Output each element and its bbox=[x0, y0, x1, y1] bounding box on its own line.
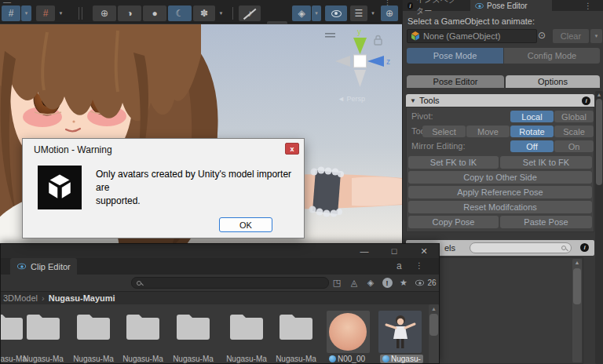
gizmo-center-cube[interactable] bbox=[354, 55, 367, 67]
expand-pane-icon[interactable]: ◳ bbox=[330, 276, 344, 289]
pivot-local-button[interactable]: Local bbox=[510, 111, 554, 122]
tool-rotate-button[interactable]: Rotate bbox=[510, 126, 554, 137]
audio-off-icon[interactable]: ♪ bbox=[239, 5, 261, 21]
apply-reference-pose-button[interactable]: Apply Reference Pose bbox=[408, 186, 592, 198]
folder-icon[interactable] bbox=[228, 311, 265, 340]
folder-label[interactable]: Nugasu-Ma bbox=[221, 355, 272, 363]
gizmo-persp-label[interactable]: ◄ Persp bbox=[338, 95, 365, 103]
scrollbar-thumb[interactable] bbox=[596, 99, 602, 185]
folder-icon[interactable] bbox=[25, 311, 61, 340]
info-icon[interactable]: i bbox=[580, 243, 589, 252]
minimize-button[interactable]: — bbox=[356, 245, 373, 257]
tab-pose-editor[interactable]: Pose Editor bbox=[470, 0, 552, 11]
tool-select-button[interactable]: Select bbox=[422, 126, 466, 137]
panel-menu-dots[interactable]: ⋮ bbox=[580, 0, 596, 11]
folder-icon[interactable] bbox=[75, 311, 111, 340]
material-label[interactable]: N00_00 bbox=[329, 355, 365, 363]
reset-modifications-button[interactable]: Reset Modifcations bbox=[408, 201, 592, 213]
folder-icon[interactable] bbox=[278, 311, 314, 340]
tag-icon[interactable]: ◈ bbox=[364, 276, 378, 289]
shading-halflit-button[interactable]: ◑ bbox=[118, 5, 141, 21]
collapse-arrow-icon[interactable]: ▼ bbox=[410, 97, 416, 104]
set-ik-to-fk-button[interactable]: Set IK to FK bbox=[500, 156, 592, 169]
folder-icon[interactable] bbox=[175, 311, 211, 340]
umotion-warning-dialog: UMotion - Warning x Only avatars created… bbox=[22, 138, 305, 238]
config-mode-button[interactable]: Config Mode bbox=[504, 48, 600, 64]
folder-label[interactable]: Nugasu-Ma bbox=[18, 355, 68, 363]
scroll-up-icon[interactable]: ▲ bbox=[429, 304, 439, 313]
alert-icon[interactable]: ! bbox=[380, 276, 394, 289]
visibility-count[interactable]: 26 bbox=[412, 276, 439, 289]
material-thumbnail[interactable] bbox=[327, 311, 370, 353]
material-type-icon bbox=[329, 355, 336, 362]
effects-flower-button[interactable]: ✽ bbox=[193, 5, 215, 21]
gizmos-button[interactable]: ⊕ bbox=[381, 5, 398, 21]
layers-button[interactable]: ☰ bbox=[350, 5, 367, 21]
grid-snap-button[interactable]: # bbox=[2, 5, 20, 21]
clear-button[interactable]: Clear bbox=[553, 29, 589, 43]
overlays-dropdown[interactable]: ▼ bbox=[312, 5, 321, 21]
copy-pose-button[interactable]: Copy Pose bbox=[408, 216, 499, 228]
pivot-global-button[interactable]: Global bbox=[554, 111, 594, 122]
paste-pose-button[interactable]: Paste Pose bbox=[500, 216, 592, 228]
channels-scrollbar[interactable]: ▲ bbox=[572, 259, 582, 362]
scroll-up-icon[interactable]: ▲ bbox=[572, 259, 582, 267]
clip-editor-titlebar[interactable]: — □ ✕ bbox=[1, 244, 439, 258]
tool-scale-button[interactable]: Scale bbox=[554, 126, 594, 137]
info-icon[interactable]: i bbox=[582, 96, 590, 105]
mirror-off-button[interactable]: Off bbox=[510, 140, 554, 152]
toolbar-menu-dots[interactable]: ⋮ bbox=[384, 0, 391, 6]
search-input[interactable] bbox=[131, 277, 329, 289]
folder-icon[interactable] bbox=[0, 311, 24, 340]
asset-grid-scrollbar[interactable]: ▲ bbox=[429, 304, 439, 364]
breadcrumb-current[interactable]: Nugasu-Mayumi bbox=[49, 293, 115, 303]
scrollbar-thumb[interactable] bbox=[429, 314, 438, 336]
model-thumbnail[interactable] bbox=[378, 311, 422, 353]
subtab-pose-editor[interactable]: Pose Editor bbox=[407, 75, 504, 88]
tab-clip-editor[interactable]: Clip Editor bbox=[10, 258, 77, 275]
tab-clip-editor-label: Clip Editor bbox=[31, 262, 71, 271]
model-label[interactable]: Nugasu- bbox=[380, 355, 423, 363]
scene-visibility-eye-button[interactable] bbox=[325, 5, 347, 21]
object-picker-icon[interactable]: ⊙ bbox=[538, 30, 546, 41]
shading-lit-button[interactable]: ● bbox=[143, 5, 166, 21]
folder-label[interactable]: Nugasu-Ma bbox=[168, 355, 218, 363]
set-fk-to-ik-button[interactable]: Set FK to IK bbox=[408, 156, 499, 169]
scrollbar-thumb[interactable] bbox=[573, 268, 581, 304]
folder-label[interactable]: Nugasu-Ma bbox=[118, 355, 168, 363]
channels-search-input[interactable] bbox=[470, 242, 572, 253]
tab-inspector[interactable]: i インスペクター bbox=[403, 0, 466, 11]
mirror-on-button[interactable]: On bbox=[554, 140, 594, 152]
maximize-button[interactable]: □ bbox=[386, 245, 403, 257]
folder-label[interactable]: Nugasu-Ma bbox=[68, 355, 119, 363]
panel-scrollbar[interactable]: ▲ bbox=[595, 91, 603, 364]
scroll-up-icon[interactable]: ▲ bbox=[595, 91, 603, 98]
toolbar-separator bbox=[82, 7, 82, 20]
grid-move-dropdown[interactable]: ▼ bbox=[56, 5, 66, 21]
overlays-button[interactable]: ◈ bbox=[292, 5, 311, 21]
tool-move-button[interactable]: Move bbox=[466, 126, 510, 137]
close-button[interactable]: ✕ bbox=[415, 245, 433, 257]
dialog-close-button[interactable]: x bbox=[285, 143, 299, 155]
visibility-count-value: 26 bbox=[427, 278, 436, 287]
folder-label[interactable]: Nugasu-Ma bbox=[271, 355, 321, 363]
window-menu-dots[interactable]: ⋮ bbox=[415, 261, 423, 270]
filter-by-type-icon[interactable]: ◬ bbox=[347, 276, 361, 289]
effects-dropdown[interactable]: ▼ bbox=[216, 5, 226, 21]
subtab-options[interactable]: Options bbox=[506, 75, 600, 88]
folder-icon[interactable] bbox=[125, 311, 161, 340]
shading-wireframe-button[interactable]: ⊕ bbox=[93, 5, 116, 21]
grid-move-button[interactable]: # bbox=[36, 5, 55, 21]
ok-button[interactable]: OK bbox=[219, 217, 272, 232]
copy-to-other-side-button[interactable]: Copy to Other Side bbox=[408, 171, 592, 184]
favorites-star-icon[interactable]: ★ bbox=[397, 276, 411, 289]
lock-icon[interactable]: a bbox=[397, 260, 402, 271]
gameobject-field[interactable]: None (GameObject) bbox=[407, 29, 537, 43]
tools-section-header[interactable]: ▼ Tools i bbox=[406, 94, 594, 107]
moon-lighting-button[interactable]: ☾ bbox=[168, 5, 192, 21]
clear-dropdown[interactable]: ▼ bbox=[590, 29, 602, 43]
grid-snap-dropdown[interactable]: ▼ bbox=[21, 5, 31, 21]
breadcrumb-root[interactable]: 3DModel bbox=[3, 293, 38, 303]
pose-mode-button[interactable]: Pose Mode bbox=[407, 48, 503, 64]
layers-dropdown[interactable]: ▼ bbox=[368, 5, 378, 21]
